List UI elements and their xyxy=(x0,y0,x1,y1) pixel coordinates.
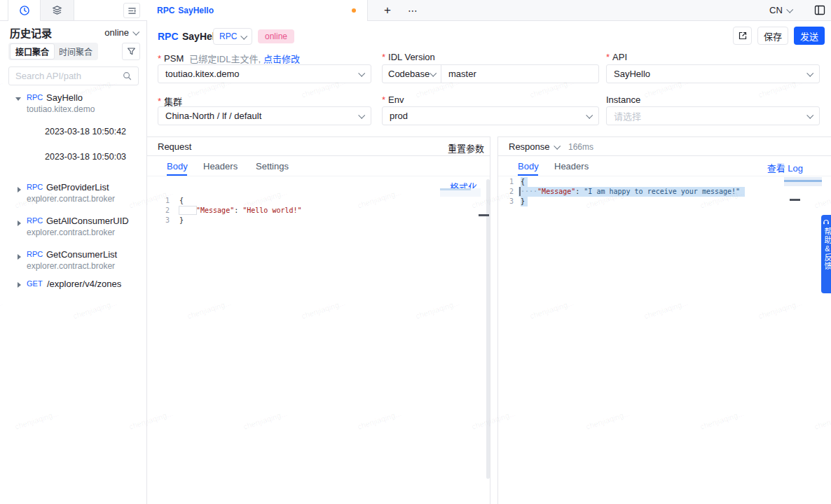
code-line[interactable]: } xyxy=(521,197,525,206)
language-label: CN xyxy=(769,5,783,15)
help-feedback-label: 帮助&反馈 xyxy=(821,227,831,270)
env-select[interactable]: prod xyxy=(382,106,599,125)
list-item-getallconsumeruid[interactable]: RPC GetAllConsumerUID explorer.contract.… xyxy=(0,214,147,239)
request-tabs: Body Headers Settings xyxy=(147,156,490,176)
tab-history[interactable] xyxy=(8,0,41,21)
psm-value: toutiao.kitex.demo xyxy=(165,69,355,79)
caret-right-icon[interactable] xyxy=(18,254,21,260)
view-log-link[interactable]: 查看 Log xyxy=(767,161,803,174)
psm-label-row: * PSM 已绑定IDL主文件, 点击修改 xyxy=(158,52,300,65)
request-type-value: RPC xyxy=(219,31,240,41)
item-psm: explorer.contract.broker xyxy=(27,194,115,204)
instance-label: Instance xyxy=(606,94,640,105)
cluster-value: China-North / lf / default xyxy=(165,111,355,121)
more-tabs-button[interactable]: ⋯ xyxy=(405,3,420,18)
required-mark: * xyxy=(382,94,385,105)
save-button[interactable]: 保存 xyxy=(757,27,788,45)
list-item-zones[interactable]: GET /explorer/v4/zones xyxy=(0,279,147,291)
code-line[interactable]: { xyxy=(179,196,184,206)
code-line[interactable]: ····"Message": "I am happy to receive yo… xyxy=(521,187,740,197)
tab-response-headers[interactable]: Headers xyxy=(554,161,589,172)
tab-request-headers[interactable]: Headers xyxy=(203,161,238,172)
item-method: RPC xyxy=(27,216,43,225)
list-collapse-icon xyxy=(128,6,137,15)
filter-button[interactable] xyxy=(122,43,140,60)
response-panel: Response 166ms Body Headers 查看 Log 1 { 2… xyxy=(497,136,831,504)
idl-version-input[interactable]: Codebase master xyxy=(382,64,599,83)
headset-icon xyxy=(823,218,830,225)
chevron-down-icon xyxy=(586,112,593,119)
tab-request-body[interactable]: Body xyxy=(167,161,188,172)
response-title-select[interactable]: Response xyxy=(509,141,559,152)
whitespace-highlight xyxy=(179,206,197,215)
active-tab-underline xyxy=(167,174,187,176)
chevron-down-icon xyxy=(358,112,365,119)
list-item-sayhello[interactable]: RPC SayHello toutiao.kitex.demo xyxy=(0,91,147,116)
request-header: Request 重置参数 xyxy=(147,137,490,156)
language-select[interactable]: CN xyxy=(769,0,792,20)
line-number: 3 xyxy=(498,197,514,206)
editor-scrollbar[interactable] xyxy=(486,179,490,479)
open-tab-rpc-sayhello[interactable]: RPC SayHello xyxy=(147,0,368,21)
psm-edit-link[interactable]: 点击修改 xyxy=(263,52,300,65)
search-icon xyxy=(123,71,132,80)
overview-ruler-mark xyxy=(790,199,800,201)
caret-right-icon[interactable] xyxy=(18,220,21,226)
code-line[interactable]: { xyxy=(521,177,525,187)
history-entry[interactable]: 2023-03-18 10:50:03 xyxy=(45,152,126,162)
caret-right-icon[interactable] xyxy=(18,282,21,288)
idl-source-select[interactable]: Codebase xyxy=(383,65,441,83)
api-value: SayHello xyxy=(614,69,803,79)
debug-share-button[interactable] xyxy=(733,27,752,45)
psm-label: PSM xyxy=(164,53,184,64)
required-mark: * xyxy=(158,96,161,106)
list-item-getproviderlist[interactable]: RPC GetProviderList explorer.contract.br… xyxy=(0,181,147,206)
code-line[interactable]: "Message": "Hello world!" xyxy=(196,206,302,216)
layout-panel-button[interactable] xyxy=(814,5,825,15)
item-name: SayHello xyxy=(46,92,83,103)
editor-minimap[interactable] xyxy=(440,188,481,197)
line-number: 3 xyxy=(147,216,170,225)
env-value: prod xyxy=(390,111,582,121)
cluster-select[interactable]: China-North / lf / default xyxy=(158,106,371,125)
add-tab-button[interactable]: + xyxy=(380,3,395,18)
help-feedback-tab[interactable]: 帮助&反馈 xyxy=(821,215,831,293)
env-filter-select[interactable]: online xyxy=(104,27,138,38)
segment-group-by-api[interactable]: 接口聚合 xyxy=(10,43,55,59)
api-select[interactable]: SayHello xyxy=(606,64,820,83)
item-name: GetConsumerList xyxy=(46,249,117,260)
psm-select[interactable]: toutiao.kitex.demo xyxy=(158,64,371,83)
editor-minimap[interactable] xyxy=(784,177,822,186)
request-title: Request xyxy=(158,141,191,152)
search-input[interactable]: Search API/path xyxy=(8,66,139,85)
external-arrow-icon xyxy=(738,31,748,41)
send-button[interactable]: 发送 xyxy=(794,27,825,45)
history-entry[interactable]: 2023-03-18 10:50:42 xyxy=(45,127,126,136)
chevron-down-icon xyxy=(806,112,813,119)
segment-group-by-time[interactable]: 时间聚合 xyxy=(55,44,97,59)
tab-collections[interactable] xyxy=(41,0,74,20)
tab-response-body[interactable]: Body xyxy=(518,161,539,172)
idl-branch-value: master xyxy=(441,69,476,79)
item-psm: toutiao.kitex.demo xyxy=(27,104,95,114)
list-item-getconsumerlist[interactable]: RPC GetConsumerList explorer.contract.br… xyxy=(0,248,147,273)
json-colon: : xyxy=(234,206,242,214)
tab-request-settings[interactable]: Settings xyxy=(256,161,289,172)
item-name: GetProviderList xyxy=(46,182,109,192)
collapse-list-button[interactable] xyxy=(123,3,140,18)
caret-right-icon[interactable] xyxy=(18,187,21,192)
caret-down-icon[interactable] xyxy=(15,97,21,101)
active-tab-underline xyxy=(518,174,538,176)
code-line[interactable]: } xyxy=(179,216,184,225)
chevron-down-icon xyxy=(132,29,139,36)
layers-stack-icon xyxy=(52,5,62,15)
chevron-down-icon xyxy=(240,32,247,39)
required-mark: * xyxy=(382,52,385,62)
line-number: 2 xyxy=(147,206,170,216)
request-type-select[interactable]: RPC xyxy=(213,28,252,45)
reset-params-button[interactable]: 重置参数 xyxy=(448,141,484,155)
json-colon: : xyxy=(575,188,584,195)
whitespace-dots: ···· xyxy=(521,188,537,195)
psm-note: 已绑定IDL主文件, xyxy=(189,52,261,65)
instance-select[interactable]: 请选择 xyxy=(606,106,820,125)
